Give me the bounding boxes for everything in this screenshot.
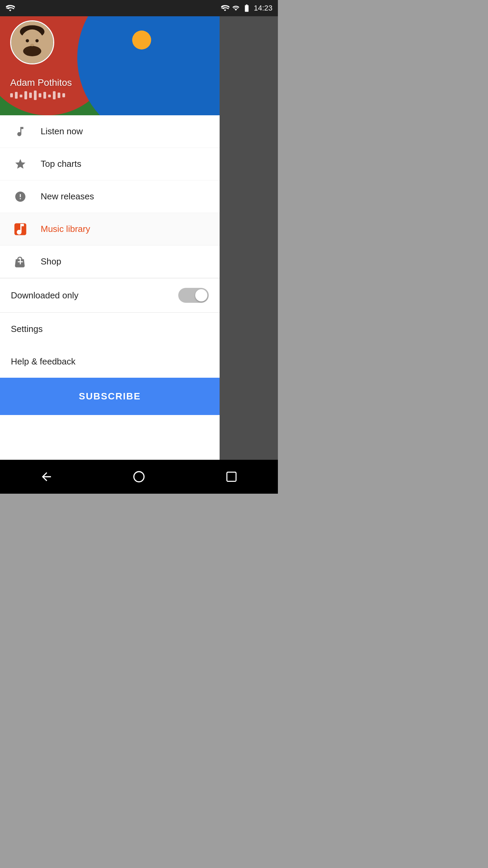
svg-point-20 <box>134 472 144 482</box>
svg-rect-7 <box>10 93 13 97</box>
menu-item-new-releases[interactable]: New releases <box>0 180 220 213</box>
downloaded-only-toggle[interactable] <box>178 288 209 303</box>
music-library-label: Music library <box>41 224 90 234</box>
svg-rect-15 <box>48 95 51 97</box>
star-icon <box>11 155 30 174</box>
menu-list: Listen now Top charts New releases <box>0 115 220 494</box>
menu-item-music-library[interactable]: Music library <box>0 213 220 245</box>
svg-point-6 <box>30 44 34 46</box>
status-bar-left <box>5 3 15 13</box>
svg-rect-21 <box>227 472 236 481</box>
downloaded-only-label: Downloaded only <box>11 290 78 301</box>
overlay-right: m <box>220 16 278 460</box>
top-charts-label: Top charts <box>41 159 81 169</box>
menu-item-help-feedback[interactable]: Help & feedback <box>0 345 220 378</box>
back-icon <box>40 470 53 484</box>
battery-icon <box>242 4 251 13</box>
svg-rect-16 <box>53 91 56 99</box>
user-name: Adam Pothitos <box>10 77 72 88</box>
drawer: Adam Pothitos <box>0 0 220 494</box>
waveform-icon <box>10 90 78 100</box>
svg-rect-17 <box>58 93 60 98</box>
nav-home-button[interactable] <box>125 467 152 487</box>
broadcast-icon <box>5 3 15 13</box>
new-releases-icon <box>11 187 30 206</box>
library-music-icon <box>11 220 30 239</box>
status-time: 14:23 <box>254 4 272 13</box>
svg-rect-11 <box>29 93 32 98</box>
svg-rect-9 <box>20 95 22 97</box>
nav-bar <box>0 460 278 494</box>
menu-item-settings[interactable]: Settings <box>0 313 220 345</box>
user-subtitle <box>10 90 78 102</box>
subscribe-button[interactable]: SUBSCRIBE <box>0 378 220 415</box>
music-note-icon <box>11 122 30 141</box>
shop-icon <box>11 252 30 271</box>
svg-rect-14 <box>43 92 46 99</box>
menu-item-shop[interactable]: Shop <box>0 245 220 278</box>
recents-icon <box>225 471 238 483</box>
status-bar-right: 14:23 <box>221 4 272 13</box>
listen-now-label: Listen now <box>41 126 83 137</box>
menu-item-top-charts[interactable]: Top charts <box>0 148 220 180</box>
help-feedback-label: Help & feedback <box>11 356 76 367</box>
svg-point-5 <box>36 39 39 42</box>
svg-point-3 <box>23 46 41 56</box>
avatar[interactable] <box>10 20 54 64</box>
avatar-image <box>11 20 53 64</box>
svg-rect-10 <box>24 91 27 99</box>
header-yellow-dot <box>132 31 151 50</box>
home-icon <box>132 470 146 484</box>
svg-rect-18 <box>62 93 65 97</box>
svg-rect-12 <box>34 91 37 100</box>
shop-label: Shop <box>41 256 61 267</box>
svg-rect-13 <box>39 93 41 97</box>
nav-back-button[interactable] <box>33 467 60 487</box>
nav-recents-button[interactable] <box>218 467 245 487</box>
svg-point-4 <box>26 39 29 42</box>
wifi-icon <box>221 4 229 13</box>
settings-label: Settings <box>11 324 43 334</box>
menu-item-listen-now[interactable]: Listen now <box>0 115 220 148</box>
downloaded-only-row: Downloaded only <box>0 278 220 312</box>
signal-icon <box>232 4 240 12</box>
drawer-header: Adam Pothitos <box>0 0 220 115</box>
status-bar: 14:23 <box>0 0 278 16</box>
toggle-knob <box>195 289 207 301</box>
svg-rect-8 <box>15 92 18 99</box>
header-bg-blue <box>77 0 220 115</box>
new-releases-label: New releases <box>41 191 94 202</box>
